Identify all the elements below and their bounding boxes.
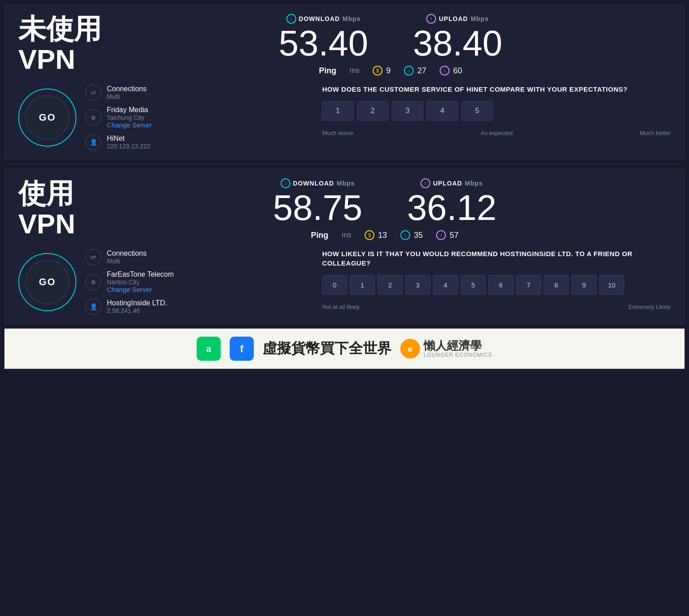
go-text-2: GO xyxy=(39,276,56,288)
svg-text:a: a xyxy=(206,344,212,354)
footer-logo-sub: LOUNGER ECONOMICS xyxy=(424,352,492,358)
bottom-section-2: GO ⇄ Connections Multi ⊕ FarEasTone Tele… xyxy=(18,249,671,315)
survey-btn-2[interactable]: 4 xyxy=(433,275,458,295)
connections-sub-1: Multi xyxy=(107,93,147,100)
go-text-1: GO xyxy=(39,112,56,123)
upload-icon-1: ↑ xyxy=(426,14,436,24)
ping-ul-icon-2: ↑ xyxy=(436,230,446,240)
host-row-2: 👤 HostingInside LTD. 2.58.241.46 xyxy=(85,299,174,315)
connections-row-1: ⇄ Connections Multi xyxy=(85,84,152,101)
download-icon-2: ↓ xyxy=(281,178,290,188)
host-ip-1: 220.129.13.222 xyxy=(107,143,150,150)
survey-btn-2[interactable]: 6 xyxy=(488,275,513,295)
ping-dl-val-2: 35 xyxy=(414,231,423,240)
survey-section-2: HOW LIKELY IS IT THAT YOU WOULD RECOMMEN… xyxy=(322,249,671,315)
survey-btn-2[interactable]: 2 xyxy=(378,275,403,295)
ping-dl-icon-1: ↓ xyxy=(404,66,414,76)
host-label-2: HostingInside LTD. xyxy=(107,299,167,307)
download-value-1: 53.40 xyxy=(279,25,368,61)
server-info-1: ⇄ Connections Multi ⊕ Friday Media Taich… xyxy=(85,84,152,150)
survey-wide-labels-2: Not at all likely Extremely Likely xyxy=(322,304,671,310)
download-label-2: DOWNLOAD xyxy=(293,180,334,187)
ping-ul-val-1: 60 xyxy=(453,66,462,76)
server-icon-1: ⊕ xyxy=(85,110,101,126)
survey-btn-1[interactable]: 4 xyxy=(427,101,458,121)
go-button-1[interactable]: GO xyxy=(18,89,76,147)
host-ip-2: 2.58.241.46 xyxy=(107,307,167,314)
bottom-section-1: GO ⇄ Connections Multi ⊕ Friday Media xyxy=(18,84,671,150)
survey-btn-1[interactable]: 2 xyxy=(357,101,388,121)
ping-ul-2: ↑ 57 xyxy=(436,230,458,240)
survey-btn-2[interactable]: 1 xyxy=(350,275,375,295)
survey-btn-1[interactable]: 3 xyxy=(392,101,423,121)
host-row-1: 👤 HiNet 220.129.13.222 xyxy=(85,134,152,150)
survey-btn-2[interactable]: 9 xyxy=(571,275,597,295)
survey-buttons-1: 12345 xyxy=(322,101,671,121)
svg-text:e: e xyxy=(408,345,412,354)
ping-dl-1: ↓ 27 xyxy=(404,66,426,76)
server-info-2: ⇄ Connections Multi ⊕ FarEasTone Telecom… xyxy=(85,249,174,315)
panel-with-vpn: 使用 VPN ↓ DOWNLOAD Mbps 58.75 ↑ UPLOAD Mb… xyxy=(4,169,685,324)
vpn-label-2: 使用 VPN xyxy=(18,178,90,239)
host-icon-1: 👤 xyxy=(85,134,101,150)
survey-btn-2[interactable]: 5 xyxy=(461,275,486,295)
survey-btn-1[interactable]: 1 xyxy=(322,101,353,121)
download-unit-1: Mbps xyxy=(343,15,361,22)
upload-value-1: 38.40 xyxy=(413,25,502,61)
ping-value-2: $ 13 xyxy=(365,230,387,240)
upload-value-2: 36.12 xyxy=(407,190,496,226)
connections-label-1: Connections xyxy=(107,85,147,93)
server-row-1: ⊕ Friday Media Taichung City Change Serv… xyxy=(85,106,152,129)
download-label-1: DOWNLOAD xyxy=(299,15,340,22)
survey-label-right-2: Extremely Likely xyxy=(628,304,671,310)
server-sub-2: Nantou City xyxy=(107,278,174,286)
survey-btn-2[interactable]: 10 xyxy=(599,275,624,295)
footer-icon-alipay[interactable]: a xyxy=(197,337,221,361)
download-unit-2: Mbps xyxy=(337,180,355,187)
ping-num-1: 9 xyxy=(386,66,391,76)
server-label-2: FarEasTone Telecom xyxy=(107,270,174,278)
footer-logo-main: 懶人經濟學 xyxy=(424,339,492,352)
speeds-section-1: ↓ DOWNLOAD Mbps 53.40 ↑ UPLOAD Mbps 38.4… xyxy=(110,14,671,76)
change-server-2[interactable]: Change Server xyxy=(107,286,174,293)
survey-btn-2[interactable]: 0 xyxy=(322,275,347,295)
upload-block-2: ↑ UPLOAD Mbps 36.12 xyxy=(407,178,496,226)
ping-icon-1: $ xyxy=(373,66,382,76)
change-server-1[interactable]: Change Server xyxy=(107,121,152,129)
go-button-2[interactable]: GO xyxy=(18,253,76,311)
ping-ul-1: ↑ 60 xyxy=(440,66,462,76)
panel-no-vpn: 未使用 VPN ↓ DOWNLOAD Mbps 53.40 ↑ UPLOAD M… xyxy=(4,4,685,160)
upload-block-1: ↑ UPLOAD Mbps 38.40 xyxy=(413,14,502,61)
ping-label-1: Ping xyxy=(319,66,336,76)
connections-sub-2: Multi xyxy=(107,257,147,265)
survey-btn-2[interactable]: 7 xyxy=(516,275,541,295)
connections-icon-1: ⇄ xyxy=(85,84,101,101)
go-and-info-2: GO ⇄ Connections Multi ⊕ FarEasTone Tele… xyxy=(18,249,309,315)
ping-icon-2: $ xyxy=(365,230,374,240)
speeds-section-2: ↓ DOWNLOAD Mbps 58.75 ↑ UPLOAD Mbps 36.1… xyxy=(99,178,671,240)
survey-wide-buttons-2: 012345678910 xyxy=(322,275,671,295)
upload-unit-2: Mbps xyxy=(465,180,483,187)
upload-icon-2: ↑ xyxy=(420,178,430,188)
server-sub-1: Taichung City xyxy=(107,114,152,121)
upload-label-1: UPLOAD xyxy=(439,15,468,22)
survey-btn-1[interactable]: 5 xyxy=(462,101,493,121)
host-label-1: HiNet xyxy=(107,135,150,143)
footer-logo: e 懶人經濟學 LOUNGER ECONOMICS xyxy=(400,339,492,359)
ping-num-2: 13 xyxy=(378,231,387,240)
ping-ul-icon-1: ↑ xyxy=(440,66,450,76)
svg-text:f: f xyxy=(240,343,244,354)
go-and-info-1: GO ⇄ Connections Multi ⊕ Friday Media xyxy=(18,84,309,150)
download-value-2: 58.75 xyxy=(273,190,362,226)
server-label-1: Friday Media xyxy=(107,106,152,114)
footer-icon-fb[interactable]: f xyxy=(230,337,254,361)
survey-btn-2[interactable]: 8 xyxy=(544,275,569,295)
footer: a f 虛擬貨幣買下全世界 e 懶人經濟學 LOUNGER ECONOMICS xyxy=(4,329,685,369)
upload-label-2: UPLOAD xyxy=(433,180,462,187)
ping-value-1: $ 9 xyxy=(373,66,391,76)
download-block-1: ↓ DOWNLOAD Mbps 53.40 xyxy=(279,14,368,61)
upload-unit-1: Mbps xyxy=(471,15,489,22)
ping-ul-val-2: 57 xyxy=(450,231,458,240)
survey-labels-1: Much worse As expected Much better xyxy=(322,130,671,136)
survey-btn-2[interactable]: 3 xyxy=(405,275,430,295)
